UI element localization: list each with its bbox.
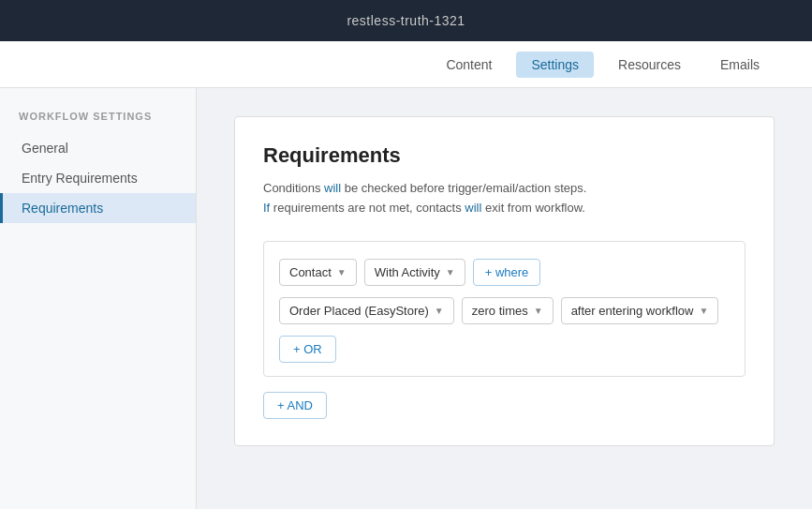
card-description: Conditions will be checked before trigge… xyxy=(263,179,746,218)
condition-row-1: Contact ▼ With Activity ▼ + where xyxy=(279,259,730,286)
condition-group: Contact ▼ With Activity ▼ + where Order … xyxy=(263,241,746,377)
after-entering-arrow: ▼ xyxy=(699,306,708,316)
and-section: + AND xyxy=(263,392,746,419)
order-placed-dropdown[interactable]: Order Placed (EasyStore) ▼ xyxy=(279,297,454,324)
with-activity-arrow: ▼ xyxy=(446,267,455,277)
layout: WORKFLOW SETTINGS General Entry Requirem… xyxy=(0,88,812,509)
sidebar-item-requirements[interactable]: Requirements xyxy=(0,193,196,223)
main-content: Requirements Conditions will be checked … xyxy=(197,88,812,509)
order-placed-label: Order Placed (EasyStore) xyxy=(289,304,429,318)
zero-times-label: zero times xyxy=(472,304,528,318)
sidebar-section-label: WORKFLOW SETTINGS xyxy=(0,111,196,133)
add-where-button[interactable]: + where xyxy=(473,259,541,286)
desc-line2: If requirements are not met, contacts wi… xyxy=(263,199,746,218)
card-title: Requirements xyxy=(263,143,746,168)
highlight-will2: will xyxy=(465,201,481,215)
contact-dropdown-arrow: ▼ xyxy=(337,267,347,277)
add-and-button[interactable]: + AND xyxy=(263,392,327,419)
contact-label: Contact xyxy=(289,265,332,279)
condition-row-2: Order Placed (EasyStore) ▼ zero times ▼ … xyxy=(279,297,730,324)
after-entering-dropdown[interactable]: after entering workflow ▼ xyxy=(561,297,719,324)
after-entering-label: after entering workflow xyxy=(571,304,694,318)
or-section: + OR xyxy=(279,336,730,363)
sidebar: WORKFLOW SETTINGS General Entry Requirem… xyxy=(0,88,197,509)
navbar: Content Settings Resources Emails xyxy=(0,41,812,88)
highlight-if: If xyxy=(263,201,270,215)
with-activity-dropdown[interactable]: With Activity ▼ xyxy=(364,259,465,286)
desc-line1: Conditions will be checked before trigge… xyxy=(263,179,746,199)
zero-times-arrow: ▼ xyxy=(534,306,543,316)
sidebar-item-entry-requirements[interactable]: Entry Requirements xyxy=(0,163,196,193)
with-activity-label: With Activity xyxy=(375,265,440,279)
contact-dropdown[interactable]: Contact ▼ xyxy=(279,259,357,286)
where-label: + where xyxy=(485,265,529,279)
tab-content[interactable]: Content xyxy=(431,52,507,78)
highlight-will1: will xyxy=(324,181,341,195)
order-placed-arrow: ▼ xyxy=(435,306,444,316)
requirements-card: Requirements Conditions will be checked … xyxy=(234,116,775,446)
sidebar-item-general[interactable]: General xyxy=(0,133,196,163)
add-or-button[interactable]: + OR xyxy=(279,336,336,363)
tab-emails[interactable]: Emails xyxy=(705,52,775,78)
tab-settings[interactable]: Settings xyxy=(516,52,594,78)
topbar-title: restless-truth-1321 xyxy=(347,13,465,28)
topbar: restless-truth-1321 xyxy=(0,0,812,41)
zero-times-dropdown[interactable]: zero times ▼ xyxy=(462,297,554,324)
tab-resources[interactable]: Resources xyxy=(603,52,696,78)
